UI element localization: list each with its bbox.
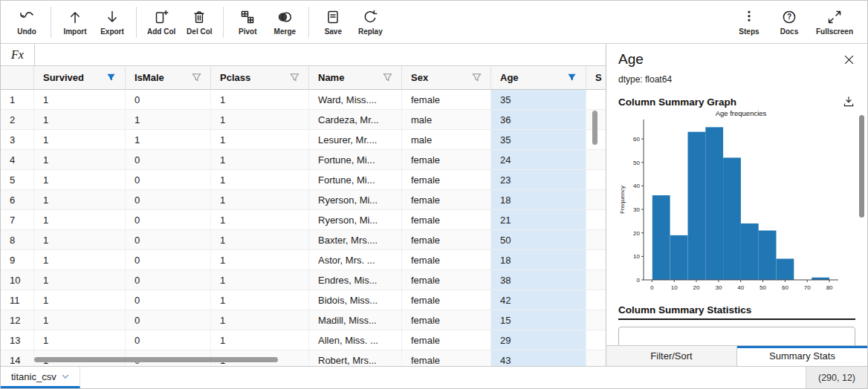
table-cell[interactable]: 1: [34, 150, 126, 169]
table-cell[interactable]: male: [402, 130, 491, 149]
table-cell[interactable]: 1: [34, 270, 126, 290]
table-cell[interactable]: 1: [211, 150, 309, 169]
horizontal-scrollbar[interactable]: [34, 357, 278, 362]
table-cell[interactable]: 23: [491, 170, 586, 189]
table-cell[interactable]: 1: [211, 250, 309, 269]
table-cell[interactable]: Astor, Mrs. ...: [309, 250, 402, 269]
table-cell[interactable]: 21: [491, 210, 586, 229]
table-cell[interactable]: 0: [126, 230, 211, 249]
column-header-pclass[interactable]: Pclass: [211, 66, 309, 89]
filter-icon[interactable]: [567, 73, 577, 82]
table-cell[interactable]: 1: [34, 130, 126, 149]
table-cell[interactable]: 1: [211, 270, 309, 290]
undo-button[interactable]: Undo: [10, 6, 44, 38]
table-cell[interactable]: 1: [34, 190, 126, 209]
table-cell[interactable]: 36: [491, 110, 586, 129]
table-cell[interactable]: 1: [34, 250, 126, 269]
table-cell[interactable]: 1: [211, 190, 309, 209]
table-cell[interactable]: 1: [34, 210, 126, 229]
table-cell[interactable]: 0: [126, 310, 211, 330]
fullscreen-button[interactable]: Fullscreen: [812, 6, 857, 38]
table-cell[interactable]: 29: [491, 330, 586, 350]
table-cell[interactable]: 1: [211, 330, 309, 350]
table-cell[interactable]: 0: [126, 290, 211, 310]
del-col-button[interactable]: Del Col: [182, 6, 216, 38]
table-cell[interactable]: female: [402, 350, 491, 366]
table-cell[interactable]: 0: [126, 170, 211, 189]
docs-button[interactable]: ? Docs: [772, 6, 806, 38]
table-cell[interactable]: 0: [126, 90, 211, 109]
table-cell[interactable]: female: [402, 190, 491, 209]
table-cell[interactable]: 1: [211, 290, 309, 310]
table-cell[interactable]: 35: [491, 90, 586, 109]
table-cell[interactable]: 1: [126, 130, 211, 149]
table-cell[interactable]: Madill, Miss...: [309, 310, 402, 330]
table-cell[interactable]: female: [402, 290, 491, 310]
table-cell[interactable]: 18: [491, 250, 586, 269]
table-cell[interactable]: Fortune, Mi...: [309, 150, 402, 169]
table-cell[interactable]: Lesurer, Mr....: [309, 130, 402, 149]
table-cell[interactable]: female: [402, 330, 491, 350]
table-cell[interactable]: Ryerson, Mi...: [309, 190, 402, 209]
export-button[interactable]: Export: [95, 6, 129, 38]
table-cell[interactable]: 1: [211, 90, 309, 109]
table-cell[interactable]: 18: [491, 190, 586, 209]
table-cell[interactable]: 1: [126, 110, 211, 129]
table-cell[interactable]: 38: [491, 270, 586, 290]
pivot-button[interactable]: Pivot: [230, 6, 265, 38]
table-cell[interactable]: female: [402, 150, 491, 169]
close-panel-button[interactable]: [843, 53, 855, 66]
table-cell[interactable]: 1: [34, 290, 126, 310]
download-graph-button[interactable]: [842, 95, 855, 108]
filter-icon[interactable]: [290, 73, 299, 82]
tab-summary-stats[interactable]: Summary Stats: [737, 346, 867, 366]
table-cell[interactable]: Ryerson, Mi...: [309, 210, 402, 229]
table-cell[interactable]: 42: [491, 290, 586, 310]
table-cell[interactable]: 1: [211, 130, 309, 149]
replay-button[interactable]: Replay: [353, 6, 387, 38]
column-header-age[interactable]: Age: [491, 66, 586, 89]
table-cell[interactable]: 24: [491, 150, 586, 169]
table-cell[interactable]: 1: [211, 110, 309, 129]
table-cell[interactable]: Robert, Mrs...: [309, 350, 402, 366]
table-cell[interactable]: 1: [34, 110, 126, 129]
column-header-ismale[interactable]: IsMale: [126, 66, 211, 89]
table-cell[interactable]: 0: [126, 210, 211, 229]
save-button[interactable]: Save: [316, 6, 350, 38]
table-cell[interactable]: 1: [34, 170, 126, 189]
table-cell[interactable]: Allen, Miss. ...: [309, 330, 402, 350]
filter-icon[interactable]: [383, 73, 392, 82]
table-cell[interactable]: female: [402, 170, 491, 189]
table-cell[interactable]: 1: [34, 330, 126, 350]
table-cell[interactable]: female: [402, 310, 491, 330]
filter-icon[interactable]: [106, 73, 116, 82]
table-cell[interactable]: 15: [491, 310, 586, 330]
import-button[interactable]: Import: [58, 6, 92, 38]
steps-button[interactable]: Steps: [732, 6, 766, 38]
table-cell[interactable]: Bidois, Miss...: [309, 290, 402, 310]
filter-icon[interactable]: [472, 73, 482, 82]
table-cell[interactable]: Fortune, Mi...: [309, 170, 402, 189]
table-cell[interactable]: Cardeza, Mr...: [309, 110, 402, 129]
table-cell[interactable]: male: [402, 110, 491, 129]
filter-icon[interactable]: [192, 73, 201, 82]
table-cell[interactable]: female: [402, 270, 491, 290]
table-cell[interactable]: 43: [491, 350, 586, 366]
column-header-name[interactable]: Name: [309, 66, 402, 89]
table-vertical-scrollbar[interactable]: [592, 111, 597, 145]
table-cell[interactable]: female: [402, 230, 491, 249]
sheet-tab-titanic-csv[interactable]: titanic_csv: [1, 367, 80, 388]
table-cell[interactable]: 50: [491, 230, 586, 249]
add-col-button[interactable]: Add Col: [143, 6, 179, 38]
table-cell[interactable]: Ward, Miss....: [309, 90, 402, 109]
table-cell[interactable]: 1: [211, 230, 309, 249]
column-header-sex[interactable]: Sex: [402, 66, 491, 89]
table-cell[interactable]: Baxter, Mrs....: [309, 230, 402, 249]
table-cell[interactable]: female: [402, 90, 491, 109]
tab-filter-sort[interactable]: Filter/Sort: [606, 346, 737, 366]
table-cell[interactable]: 1: [34, 90, 126, 109]
table-cell[interactable]: 0: [126, 270, 211, 290]
table-cell[interactable]: Endres, Mis...: [309, 270, 402, 290]
table-cell[interactable]: 0: [126, 190, 211, 209]
panel-vertical-scrollbar[interactable]: [859, 115, 864, 218]
